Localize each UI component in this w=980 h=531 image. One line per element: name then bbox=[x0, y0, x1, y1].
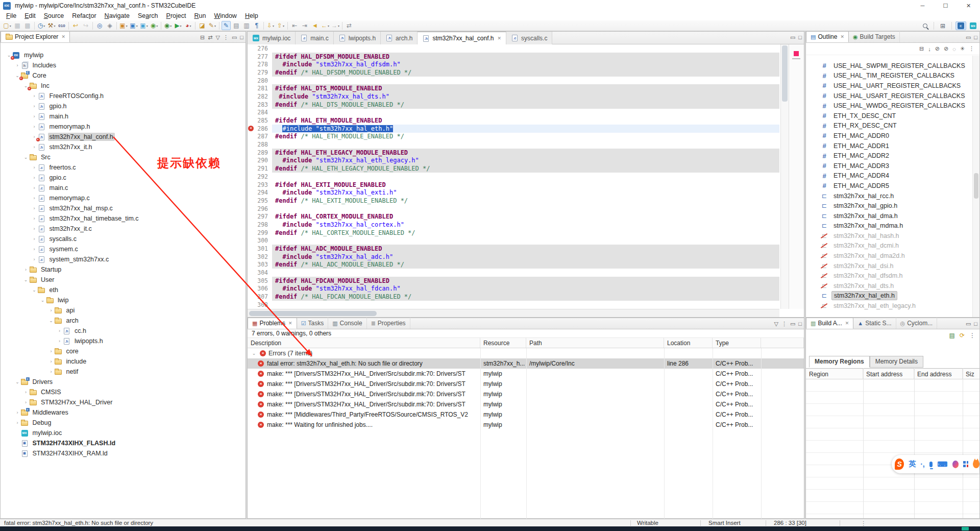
column-header-type[interactable]: Type bbox=[713, 338, 761, 348]
expand-arrow-icon[interactable]: › bbox=[31, 124, 38, 129]
minimize-icon[interactable]: ▭ bbox=[966, 321, 971, 327]
code-line-304[interactable]: 304 bbox=[248, 269, 779, 277]
forward-icon[interactable]: →▾ bbox=[331, 21, 340, 30]
tree-item-middlewares[interactable]: ›≡Middlewares bbox=[1, 407, 246, 418]
tree-item-user[interactable]: ⌄User bbox=[1, 275, 246, 285]
previous-annotation-icon[interactable]: ⇤ bbox=[290, 21, 299, 30]
problems-group-row[interactable]: ⌄×Errors (7 items) bbox=[248, 348, 804, 358]
expand-arrow-icon[interactable]: › bbox=[31, 196, 38, 201]
open-folder-icon[interactable]: ◪ bbox=[198, 21, 207, 30]
tree-item-cmsis[interactable]: ›CMSIS bbox=[1, 387, 246, 397]
minimize-icon[interactable]: ▭ bbox=[790, 34, 795, 41]
tree-item-stm32h743xihx-flash-ld[interactable]: ≣STM32H743XIHX_FLASH.ld bbox=[1, 438, 246, 448]
code-line-303[interactable]: 303#endif /* HAL_ADC_MODULE_ENABLED */ bbox=[248, 261, 779, 269]
menu-run[interactable]: Run bbox=[190, 11, 210, 20]
code-editor[interactable]: 276277#ifdef HAL_DFSDM_MODULE_ENABLED278… bbox=[248, 44, 779, 309]
code-line-292[interactable]: 292 bbox=[248, 173, 779, 181]
editor-tab-syscalls-c[interactable]: .csyscalls.c bbox=[506, 32, 552, 44]
menu-navigate[interactable]: Navigate bbox=[101, 11, 134, 20]
maximize-icon[interactable]: □ bbox=[798, 321, 802, 327]
minimize-icon[interactable]: ▭ bbox=[790, 321, 795, 327]
tree-item-mylwip-ioc[interactable]: MXmylwip.ioc bbox=[1, 428, 246, 438]
outline-item-stm32h7xx-hal-mdma-h[interactable]: ⊏stm32h7xx_hal_mdma.h bbox=[806, 221, 972, 231]
expand-arrow-icon[interactable]: › bbox=[31, 144, 38, 150]
next-annotation-icon[interactable]: ⇥ bbox=[300, 21, 309, 30]
maximize-icon[interactable]: □ bbox=[798, 34, 802, 40]
dropdown-icon[interactable]: ▾ bbox=[214, 24, 216, 28]
code-line-296[interactable]: 296 bbox=[248, 205, 779, 213]
tree-item-arch[interactable]: ⌄arch bbox=[1, 316, 246, 326]
dropdown-icon[interactable]: ▾ bbox=[126, 24, 128, 28]
code-line-282[interactable]: 282 #include "stm32h7xx_hal_dts.h" bbox=[248, 92, 779, 101]
tab-tasks[interactable]: ☑Tasks bbox=[297, 318, 329, 329]
cpp-perspective-button[interactable]: C bbox=[955, 21, 966, 30]
outline-item-use-hal-uart-register-callbacks[interactable]: #USE_HAL_UART_REGISTER_CALLBACKS bbox=[806, 81, 972, 91]
editor-tab-mylwip-ioc[interactable]: MXmylwip.ioc bbox=[248, 32, 296, 44]
outline-item-stm32h7xx-hal-eth-h[interactable]: ⊏stm32h7xx_hal_eth.h bbox=[806, 291, 972, 301]
code-line-299[interactable]: 299#endif /* HAL_CORTEX_MODULE_ENABLED *… bbox=[248, 229, 779, 237]
tree-item-stm32h7xx-it-c[interactable]: ›.cstm32h7xx_it.c bbox=[1, 224, 246, 234]
menu-source[interactable]: Source bbox=[40, 11, 68, 20]
tree-item-gpio-c[interactable]: ›.cgpio.c bbox=[1, 173, 246, 183]
show-whitespace-icon[interactable]: ¶ bbox=[252, 21, 261, 30]
project-tree[interactable]: ⌄IDE×mylwip›hIncludes⌄C×Core⌄×Inc›.hFree… bbox=[1, 43, 246, 518]
code-line-276[interactable]: 276 bbox=[248, 44, 779, 53]
tree-item-gpio-h[interactable]: ›.hgpio.h bbox=[1, 101, 246, 111]
view-menu-icon[interactable]: ⋮ bbox=[223, 34, 229, 41]
tree-item-api[interactable]: ›api bbox=[1, 305, 246, 316]
tab-cyclom-[interactable]: ◎Cyclom... bbox=[896, 318, 938, 329]
collapse-arrow-icon[interactable]: ⌄ bbox=[48, 318, 55, 323]
outline-item-use-hal-tim-register-callbacks[interactable]: #USE_HAL_TIM_REGISTER_CALLBACKS bbox=[806, 71, 972, 81]
code-line-300[interactable]: 300 bbox=[248, 237, 779, 245]
code-line-284[interactable]: 284 bbox=[248, 109, 779, 117]
problem-row[interactable]: ×make: *** [Drivers/STM32H7xx_HAL_Driver… bbox=[248, 379, 804, 389]
tab-build-a-[interactable]: ▥Build A...✕ bbox=[806, 318, 853, 329]
outline-item-stm32h7xx-hal-dsi-h[interactable]: ⊏stm32h7xx_hal_dsi.h bbox=[806, 261, 972, 271]
dropdown-icon[interactable]: ▾ bbox=[54, 24, 55, 28]
link-with-editor-icon[interactable]: ⇄ bbox=[208, 34, 212, 41]
column-header-siz[interactable]: Siz bbox=[963, 369, 980, 379]
outline-scrollbar[interactable] bbox=[972, 56, 979, 317]
error-icon[interactable]: × bbox=[248, 126, 254, 131]
code-line-297[interactable]: 297#ifdef HAL_CORTEX_MODULE_ENABLED bbox=[248, 212, 779, 221]
outline-item-stm32h7xx-hal-dts-h[interactable]: ⊏stm32h7xx_hal_dts.h bbox=[806, 281, 972, 291]
editor-tab-stm32h7xx-hal-conf-h[interactable]: .hstm32h7xx_hal_conf.h✕ bbox=[418, 32, 506, 44]
build-icon[interactable]: ⚒▾ bbox=[47, 21, 56, 30]
redo-icon[interactable]: ↪ bbox=[81, 21, 90, 30]
code-line-288[interactable]: 288 bbox=[248, 140, 779, 149]
tree-item-core[interactable]: ›core bbox=[1, 346, 246, 356]
outline-item-stm32h7xx-hal-dcmi-h[interactable]: ⊏stm32h7xx_hal_dcmi.h bbox=[806, 241, 972, 251]
undo-icon[interactable]: ↩ bbox=[71, 21, 80, 30]
new-cpp-project-icon[interactable]: ▣▾ bbox=[129, 21, 138, 30]
outline-item-stm32h7xx-hal-rcc-h[interactable]: ⊏stm32h7xx_hal_rcc.h bbox=[806, 191, 972, 201]
dropdown-icon[interactable]: ▾ bbox=[283, 24, 284, 28]
ime-apps-grid-icon[interactable] bbox=[963, 461, 968, 467]
collapse-all-icon[interactable]: ⊟ bbox=[919, 45, 924, 52]
close-icon[interactable]: ✕ bbox=[288, 321, 292, 326]
tree-item-freertosconfig-h[interactable]: ›.hFreeRTOSConfig.h bbox=[1, 91, 246, 101]
menu-help[interactable]: Help bbox=[241, 11, 262, 20]
tree-item-drivers[interactable]: ⌄≡Drivers bbox=[1, 377, 246, 387]
collapse-arrow-icon[interactable]: ⌄ bbox=[39, 298, 46, 303]
code-line-293[interactable]: 293#ifdef HAL_EXTI_MODULE_ENABLED bbox=[248, 181, 779, 189]
expand-arrow-icon[interactable]: › bbox=[56, 328, 63, 333]
subtab-memory-regions[interactable]: Memory Regions bbox=[809, 356, 870, 368]
column-header-path[interactable]: Path bbox=[526, 338, 664, 348]
tab-console[interactable]: ▥Console bbox=[328, 318, 366, 329]
expand-arrow-icon[interactable]: › bbox=[22, 267, 29, 272]
status-overflow-icon[interactable]: ⋮ bbox=[861, 520, 867, 527]
collapse-arrow-icon[interactable]: ⌄ bbox=[22, 277, 29, 282]
expand-arrow-icon[interactable]: › bbox=[14, 63, 21, 68]
minimize-icon[interactable]: ▭ bbox=[232, 34, 237, 41]
code-line-306[interactable]: 306 #include "stm32h7xx_hal_fdcan.h" bbox=[248, 285, 779, 293]
close-icon[interactable]: ✕ bbox=[840, 34, 844, 39]
expand-arrow-icon[interactable]: › bbox=[48, 308, 55, 313]
outline-item-use-hal-swpmi-register-callbacks[interactable]: #USE_HAL_SWPMI_REGISTER_CALLBACKS bbox=[806, 61, 972, 71]
code-line-289[interactable]: 289#ifdef HAL_ETH_LEGACY_MODULE_ENABLED bbox=[248, 149, 779, 157]
dropdown-icon[interactable]: ▾ bbox=[136, 24, 138, 28]
expand-arrow-icon[interactable]: › bbox=[48, 349, 55, 354]
column-header-start-address[interactable]: Start address bbox=[863, 369, 914, 379]
tree-item-stm32h7xx-it-h[interactable]: ›.hstm32h7xx_it.h bbox=[1, 142, 246, 152]
tree-item-include[interactable]: ›include bbox=[1, 356, 246, 367]
hide-non-public-icon[interactable]: ◌ bbox=[952, 46, 956, 52]
